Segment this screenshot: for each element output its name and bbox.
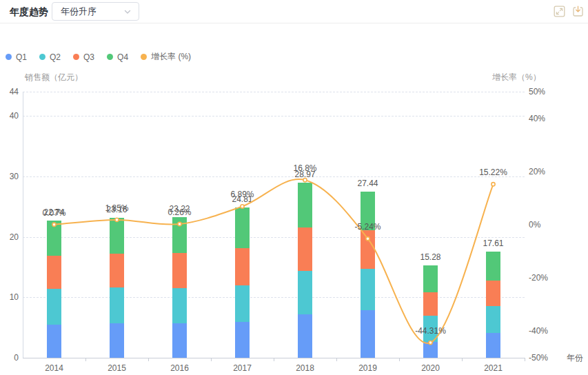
bar-segment-q4-2018[interactable] [298, 183, 312, 227]
growth-rate-label: -5.24% [343, 222, 393, 232]
x-axis-tick [336, 358, 337, 361]
growth-rate-label: 0.26% [155, 207, 205, 217]
right-tick-label: -40% [529, 326, 548, 336]
x-axis-title: 年份 [567, 353, 583, 363]
bar-segment-q2-2016[interactable] [172, 288, 187, 324]
bar-segment-q1-2021[interactable] [486, 333, 500, 358]
bar-segment-q3-2021[interactable] [486, 281, 500, 307]
bar-total-label: 17.61 [469, 239, 518, 248]
x-axis-tick [148, 358, 149, 361]
x-axis-tick [399, 358, 400, 361]
grid-line [23, 92, 525, 92]
bar-total-label: 15.28 [406, 252, 456, 262]
x-tick-label: 2019 [346, 363, 390, 373]
growth-rate-label: 15.22% [469, 168, 518, 177]
x-tick-label: 2016 [158, 363, 202, 373]
right-tick-label: 20% [529, 167, 545, 176]
growth-point-2015[interactable] [115, 218, 119, 221]
right-tick-label: -20% [529, 273, 548, 283]
bar-segment-q4-2015[interactable] [110, 218, 124, 254]
x-tick-label: 2020 [409, 363, 453, 373]
bar-segment-q4-2020[interactable] [423, 265, 438, 292]
x-tick-label: 2021 [472, 363, 516, 373]
growth-rate-label: 6.89% [218, 190, 267, 199]
bar-segment-q3-2017[interactable] [235, 248, 250, 285]
bar-segment-q2-2018[interactable] [298, 271, 312, 314]
right-tick-label: 0% [529, 220, 540, 230]
bar-segment-q3-2019[interactable] [361, 230, 375, 269]
bar-segment-q1-2014[interactable] [47, 325, 61, 358]
left-tick-label: 44 [0, 87, 19, 97]
growth-point-2019[interactable] [366, 237, 369, 241]
trend-chart: 销售额（亿元） 增长率（%） 年份 0102030404450%40%20%0%… [0, 0, 588, 375]
bar-segment-q3-2016[interactable] [172, 253, 187, 287]
bar-segment-q4-2021[interactable] [486, 252, 500, 281]
bar-total-label: 27.44 [343, 179, 393, 188]
grid-line [23, 116, 525, 116]
right-tick-label: 40% [529, 114, 545, 123]
bar-segment-q2-2019[interactable] [361, 269, 375, 310]
right-tick-label: -50% [529, 353, 548, 363]
grid-line [23, 297, 525, 298]
bar-segment-q1-2016[interactable] [172, 323, 187, 358]
left-axis-title: 销售额（亿元） [25, 72, 83, 82]
x-tick-label: 2018 [283, 363, 327, 373]
growth-point-2017[interactable] [241, 205, 244, 208]
left-axis-line [23, 92, 23, 358]
growth-point-2018[interactable] [303, 179, 307, 182]
bar-segment-q2-2015[interactable] [110, 287, 124, 323]
left-tick-label: 20 [0, 232, 19, 242]
x-axis-tick [462, 358, 463, 361]
grid-line [23, 176, 525, 177]
bar-segment-q1-2017[interactable] [235, 322, 250, 358]
bar-segment-q3-2014[interactable] [47, 256, 61, 288]
trend-panel: 年度趋势 年份升序 Q1Q2Q3Q4增长率 (%) 销售额（亿元） 增长率（%）… [0, 0, 588, 375]
grid-line [23, 237, 525, 238]
growth-point-2021[interactable] [491, 183, 495, 186]
bar-segment-q3-2018[interactable] [298, 227, 312, 271]
bar-segment-q2-2021[interactable] [486, 306, 500, 332]
bar-segment-q1-2018[interactable] [298, 314, 312, 358]
bar-segment-q2-2014[interactable] [47, 289, 61, 325]
x-tick-label: 2017 [221, 363, 265, 373]
growth-rate-label: -44.31% [406, 326, 456, 336]
bar-segment-q1-2015[interactable] [110, 323, 124, 358]
bar-segment-q4-2017[interactable] [235, 207, 250, 247]
x-tick-label: 2015 [95, 363, 139, 373]
x-tick-label: 2014 [32, 363, 77, 373]
x-axis-tick [211, 358, 212, 361]
bar-segment-q3-2015[interactable] [110, 254, 124, 287]
growth-rate-label: 1.85% [92, 203, 142, 213]
growth-point-2016[interactable] [178, 222, 181, 225]
right-axis-title: 增长率（%） [492, 72, 541, 82]
growth-point-2014[interactable] [52, 223, 56, 226]
left-tick-label: 30 [0, 172, 19, 181]
x-axis-tick [85, 358, 86, 361]
growth-rate-label: 16.8% [281, 163, 330, 173]
growth-rate-label: 0.07% [30, 208, 79, 218]
x-axis-tick [525, 358, 525, 361]
left-tick-label: 0 [0, 353, 19, 363]
bar-segment-q1-2019[interactable] [361, 310, 375, 358]
right-tick-label: 50% [529, 87, 545, 97]
bar-segment-q2-2017[interactable] [235, 285, 250, 322]
left-tick-label: 40 [0, 111, 19, 121]
x-axis-tick [274, 358, 274, 361]
bar-segment-q3-2020[interactable] [423, 292, 438, 315]
growth-point-2020[interactable] [429, 341, 432, 344]
left-tick-label: 10 [0, 292, 19, 302]
